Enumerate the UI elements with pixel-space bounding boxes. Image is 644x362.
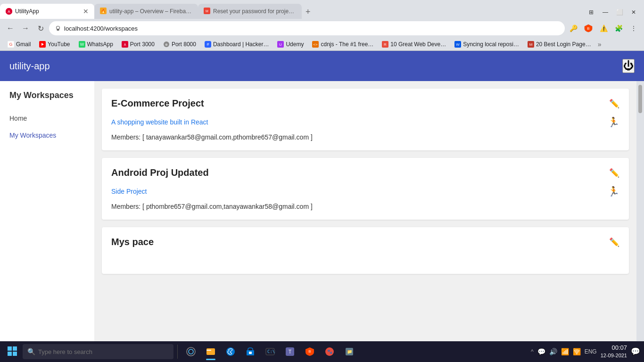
monosnap-favicon: M [528,41,534,48]
address-text: localhost:4200/workspaces [64,25,559,32]
taskbar-search-input[interactable] [38,348,169,355]
taskbar-teams-btn[interactable]: T [281,342,299,361]
card-2-run-button[interactable]: 🏃 [608,186,619,197]
tray-time[interactable]: 00:07 12-09-2021 [601,344,627,360]
taskbar-separator [177,345,178,359]
svg-text:🐾: 🐾 [327,349,333,354]
taskbar: 🔍 C:\> T B 🐾 📁 ^ 💬 [0,341,644,362]
bookmark-udemy[interactable]: U Udemy [273,40,307,49]
scrollbar-track[interactable] [636,81,644,341]
power-button[interactable]: ⏻ [622,59,635,73]
taskbar-search-box[interactable]: 🔍 [23,344,173,359]
forward-button[interactable]: → [19,22,32,35]
main-content: E-Commerce Project ✏️ A shopping website… [94,81,636,341]
gmail-favicon: G [8,41,14,48]
taskbar-app9-btn[interactable]: 📁 [340,342,359,361]
bookmark-youtube[interactable]: YouTube [35,40,74,49]
browser-chrome: A UtilityApp ✕ 🔥 utility-app – Overview … [0,0,644,51]
tab-close-btn[interactable]: ✕ [83,8,89,15]
tab-bar: A UtilityApp ✕ 🔥 utility-app – Overview … [0,0,644,19]
card-3-edit-button[interactable]: ✏️ [609,237,619,247]
notification-button[interactable]: 💬 [631,347,640,356]
tab-title-firebase: utility-app – Overview – Firebase cons… [109,8,192,15]
bookmarks-overflow[interactable]: » [598,41,602,48]
start-button[interactable] [4,345,21,359]
toolbar-icons: 🔑 B ⚠️ 🧩 ⋮ [567,22,640,35]
ext-btn[interactable]: ⊞ [585,6,598,19]
svg-text:G: G [9,42,12,47]
sidebar: My Workspaces Home My Workspaces [0,81,94,341]
bookmark-hashnode-label: Dashboard | Hacker… [213,41,269,48]
tab-firebase[interactable]: 🔥 utility-app – Overview – Firebase cons… [94,4,198,19]
card-1-edit-button[interactable]: ✏️ [609,99,619,109]
taskbar-app8-btn[interactable]: 🐾 [320,342,339,361]
workspace-card-1: E-Commerce Project ✏️ A shopping website… [102,89,629,150]
card-1-run-button[interactable]: 🏃 [608,116,619,128]
bookmark-whatsapp[interactable]: W WhatsApp [75,40,117,49]
maximize-button[interactable]: ⬜ [613,6,626,19]
bookmark-cdnjs[interactable]: <> cdnjs - The #1 free… [308,40,377,49]
taskbar-files-btn[interactable] [201,342,220,361]
taskbar-brave-btn[interactable]: B [300,342,319,361]
card-3-header: Mys pace ✏️ [111,237,619,247]
taskbar-terminal-btn[interactable]: C:\> [261,342,280,361]
card-1-header: E-Commerce Project ✏️ [111,98,619,109]
svg-text:A: A [124,43,126,46]
reload-button[interactable]: ↻ [34,22,47,35]
scrollbar-thumb[interactable] [638,85,642,113]
taskbar-edge-btn[interactable] [221,342,240,361]
svg-text:#: # [206,42,209,47]
bookmark-gmail[interactable]: G Gmail [4,40,34,49]
tab-active[interactable]: A UtilityApp ✕ [0,4,94,19]
svg-text:W: W [456,42,460,47]
close-button[interactable]: ✕ [627,6,640,19]
svg-point-35 [187,347,195,356]
svg-text:W: W [80,42,84,47]
svg-text:A: A [8,9,10,14]
svg-text:C:\>: C:\> [267,349,275,354]
browser-toolbar: ← → ↻ localhost:4200/workspaces 🔑 B ⚠️ 🧩… [0,19,644,38]
bookmark-whatsapp-label: WhatsApp [87,41,113,48]
readymag-favicon: R [382,41,388,48]
menu-button[interactable]: ⋮ [627,22,640,35]
new-tab-button[interactable]: + [302,5,314,19]
bookmark-monosnap[interactable]: M 20 Best Login Page… [524,40,595,49]
port8000-favicon: ⊕ [163,41,170,48]
bookmark-readymag[interactable]: R 10 Great Web Deve… [378,40,450,49]
back-button[interactable]: ← [4,22,17,35]
bookmark-port3000-label: Port 3000 [130,41,155,48]
whatsapp-favicon: W [79,41,85,48]
taskbar-store-btn[interactable] [241,342,260,361]
tab-favicon-gmail: M [204,8,210,16]
tray-network-icon[interactable]: 📶 [561,348,569,355]
card-2-edit-button[interactable]: ✏️ [609,168,619,178]
minimize-button[interactable]: — [599,6,612,19]
bookmark-wix-label: Syncing local reposi… [463,41,519,48]
bookmark-wix[interactable]: W Syncing local reposi… [451,40,523,49]
bookmark-youtube-label: YouTube [48,41,70,48]
sidebar-item-my-workspaces[interactable]: My Workspaces [0,127,94,144]
bookmark-port8000[interactable]: ⊕ Port 8000 [159,40,200,49]
sidebar-item-home[interactable]: Home [0,110,94,127]
card-2-description: Side Project 🏃 [111,186,619,197]
tray-wifi-icon[interactable]: 🛜 [573,348,581,355]
key-icon[interactable]: 🔑 [567,22,580,35]
svg-rect-38 [206,350,211,351]
warning-icon[interactable]: ⚠️ [597,22,610,35]
svg-text:U: U [280,42,282,47]
tray-lang: ENG [585,348,597,355]
svg-rect-34 [13,352,17,356]
taskbar-cortana-btn[interactable] [182,342,200,361]
address-bar[interactable]: localhost:4200/workspaces [49,21,565,35]
brave-shield-icon[interactable]: B [582,22,595,35]
tray-speaker-icon[interactable]: 🔊 [549,348,557,355]
tab-gmail[interactable]: M Reset your password for project-2297… [198,4,302,19]
card-1-members: Members: [ tanayawankar58@gmail.com,ptho… [111,133,619,141]
svg-text:R: R [384,42,387,47]
bookmark-port3000[interactable]: A Port 3000 [118,40,158,49]
bookmark-hashnode[interactable]: # Dashboard | Hacker… [201,40,273,49]
tray-date: 12-09-2021 [601,352,627,359]
hashnode-favicon: # [205,41,211,48]
extensions-icon[interactable]: 🧩 [612,22,625,35]
tray-chevron-btn[interactable]: ^ [531,348,534,355]
